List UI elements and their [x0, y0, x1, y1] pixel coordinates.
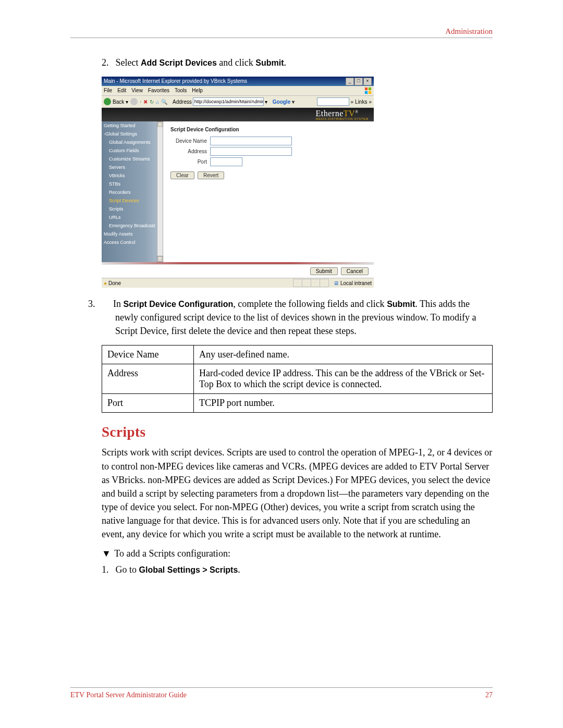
step-2-text-c: .	[284, 57, 287, 68]
step-2: 2. Select Add Script Devices and click S…	[102, 56, 493, 69]
sidebar-item-custom-fields[interactable]: Custom Fields	[102, 146, 163, 155]
footer-title: ETV Portal Server Administrator Guide	[70, 691, 187, 699]
step-2-bold-2: Submit	[255, 58, 284, 67]
revert-button[interactable]: Revert	[198, 171, 224, 179]
table-cell-value: Any user-defined name.	[194, 346, 493, 364]
sidebar-item-recorders[interactable]: Recorders	[102, 188, 163, 196]
links-chevron-icon[interactable]: »	[369, 99, 372, 105]
toolbar-dropdown[interactable]	[317, 97, 349, 106]
status-bar: ● Done 🖥 Local intranet	[102, 278, 374, 288]
window-titlebar: Main - Microsoft Internet Explorer provi…	[102, 77, 374, 86]
scripts-step-1-text-b: .	[238, 564, 240, 575]
header-section: Administration	[445, 27, 493, 36]
step-3-text-b: , complete the following fields and clic…	[233, 299, 387, 309]
window-title: Main - Microsoft Internet Explorer provi…	[104, 77, 247, 86]
step-2-text-a: Select	[116, 57, 141, 68]
sidebar-item-scripts[interactable]: Scripts	[102, 205, 163, 213]
table-row: Device Name Any user-defined name.	[102, 346, 493, 364]
sidebar-item-servers[interactable]: Servers	[102, 163, 163, 171]
back-icon	[104, 98, 111, 105]
scripts-bullet: ▼ To add a Scripts configuration:	[102, 548, 493, 559]
page-footer: ETV Portal Server Administrator Guide 27	[70, 687, 493, 699]
menu-file[interactable]: File	[104, 86, 112, 95]
header-rule	[70, 38, 493, 38]
sidebar-item-vbricks[interactable]: VBricks	[102, 171, 163, 180]
google-toolbar[interactable]: Google ▾	[273, 99, 295, 105]
footer-page-number: 27	[485, 691, 493, 699]
back-button[interactable]: Back ▾	[104, 98, 128, 105]
sidebar-item-global-assignments[interactable]: Global Assignments	[102, 138, 163, 146]
cancel-button[interactable]: Cancel	[341, 267, 369, 275]
menu-view[interactable]: View	[131, 86, 143, 95]
close-button[interactable]: ×	[363, 78, 372, 85]
minimize-button[interactable]: _	[346, 78, 354, 85]
step-3: 3.In Script Device Configuration, comple…	[102, 297, 493, 338]
address-dropdown-icon[interactable]: ▾	[265, 99, 267, 105]
status-left: ● Done	[104, 280, 121, 286]
app-banner: EtherneTV® MEDIA DISTRIBUTION SYSTEM	[102, 108, 374, 121]
sidebar: ▴ ▾ Getting Started -Global Settings Glo…	[102, 121, 163, 262]
submit-row: Submit Cancel	[102, 264, 374, 278]
label-device-name: Device Name	[170, 138, 210, 144]
links-label[interactable]: Links	[355, 99, 367, 105]
sidebar-item-urls[interactable]: URLs	[102, 213, 163, 221]
toolbar: Back ▾ · ✖ ↻ ⌂ 🔍 Address http://docwxp1/…	[102, 96, 374, 108]
address-input[interactable]: http://docwxp1/admin/Main/AdminMain.	[193, 97, 264, 106]
chevron-icon[interactable]: »	[351, 99, 354, 105]
toolbar-right: » Links »	[317, 97, 372, 106]
status-cells	[293, 279, 329, 287]
scroll-down-icon[interactable]: ▾	[157, 256, 163, 262]
refresh-icon[interactable]: ↻	[150, 99, 154, 105]
sidebar-item-global-settings[interactable]: -Global Settings	[102, 130, 163, 138]
menu-tools[interactable]: Tools	[175, 86, 187, 95]
table-cell-key: Device Name	[102, 346, 194, 364]
sidebar-item-stbs[interactable]: STBs	[102, 180, 163, 188]
screenshot-figure: Main - Microsoft Internet Explorer provi…	[102, 77, 374, 288]
input-address[interactable]	[210, 147, 292, 156]
svg-rect-0	[365, 88, 368, 90]
menu-help[interactable]: Help	[192, 86, 203, 95]
menu-favorites[interactable]: Favorites	[148, 86, 169, 95]
sidebar-item-access-control[interactable]: Access Control	[102, 238, 163, 246]
clear-button[interactable]: Clear	[170, 171, 194, 179]
sidebar-item-modify-assets[interactable]: Modify Assets	[102, 230, 163, 238]
input-device-name[interactable]	[210, 137, 292, 145]
address-bar: Address http://docwxp1/admin/Main/AdminM…	[173, 97, 267, 106]
scripts-step-1-num: 1.	[102, 563, 113, 576]
scripts-bullet-text: To add a Scripts configuration:	[114, 548, 230, 559]
sidebar-item-customize-streams[interactable]: Customize Streams	[102, 155, 163, 163]
sidebar-item-emergency-broadcast[interactable]: Emergency Broadcast	[102, 221, 163, 230]
step-3-bold-1: Script Device Configuration	[124, 300, 234, 309]
scrollbar-track[interactable]	[157, 127, 163, 256]
step-2-num: 2.	[102, 56, 113, 69]
form-row-address: Address	[170, 147, 366, 156]
status-right: 🖥 Local intranet	[293, 279, 372, 287]
maximize-button[interactable]: □	[354, 78, 363, 85]
sidebar-item-getting-started[interactable]: Getting Started	[102, 121, 163, 130]
form-row-name: Device Name	[170, 137, 366, 145]
windows-flag-icon	[364, 87, 372, 94]
label-port: Port	[170, 159, 210, 165]
back-dropdown-icon: ▾	[126, 99, 128, 105]
triangle-icon: ▼	[102, 548, 112, 559]
forward-button[interactable]	[130, 98, 138, 105]
menu-edit[interactable]: Edit	[117, 86, 126, 95]
home-icon[interactable]: ⌂	[156, 99, 159, 105]
form-row-port: Port	[170, 157, 366, 166]
zone-icon: 🖥	[334, 280, 339, 286]
scripts-heading: Scripts	[102, 424, 493, 440]
svg-rect-3	[369, 91, 371, 94]
submit-button[interactable]: Submit	[310, 267, 338, 275]
scripts-step-1: 1. Go to Global Settings > Scripts.	[102, 563, 493, 576]
toolbar-sep: ·	[140, 99, 141, 105]
sidebar-item-script-devices[interactable]: Script Devices	[102, 196, 163, 205]
back-label: Back	[113, 99, 124, 105]
status-zone: Local intranet	[340, 280, 372, 286]
svg-rect-1	[369, 88, 371, 90]
stop-icon[interactable]: ✖	[143, 99, 148, 105]
search-icon[interactable]: 🔍	[161, 99, 167, 105]
input-port[interactable]	[210, 157, 242, 166]
main-panel: Script Device Configuration Device Name …	[163, 121, 374, 262]
form-button-row: Clear Revert	[170, 171, 366, 179]
label-address: Address	[170, 149, 210, 154]
